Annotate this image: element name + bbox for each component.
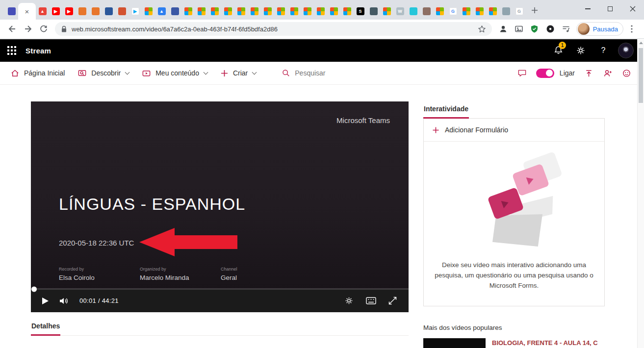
profile-chip[interactable]: Pausada: [576, 22, 623, 36]
browser-tab[interactable]: [261, 3, 274, 20]
popular-video-thumbnail[interactable]: [423, 338, 486, 348]
browser-tab[interactable]: [314, 3, 327, 20]
video-surface[interactable]: Microsoft Teams LÍNGUAS - ESPANHOL 2020-…: [31, 101, 409, 289]
bookmark-star-icon[interactable]: [478, 25, 486, 33]
play-button[interactable]: [42, 297, 49, 305]
browser-tab[interactable]: [301, 3, 314, 20]
add-form-button[interactable]: Adicionar Formulário: [424, 119, 604, 142]
tab-close-icon[interactable]: ×: [25, 8, 29, 15]
progress-bar[interactable]: [31, 288, 409, 290]
scrollbar-thumb[interactable]: [639, 48, 643, 103]
browser-tab[interactable]: ▶: [62, 3, 76, 20]
browser-tab[interactable]: [5, 3, 18, 20]
smiley-feedback-button[interactable]: [622, 69, 631, 78]
browser-tab[interactable]: [433, 3, 446, 20]
url-text[interactable]: web.microsoftstream.com/video/6a7a6c2a-0…: [72, 25, 473, 33]
browser-tab[interactable]: [486, 3, 499, 20]
help-button[interactable]: ?: [592, 39, 615, 62]
scrollbar-up-arrow[interactable]: [638, 39, 644, 46]
nav-home[interactable]: Página Inicial: [4, 62, 71, 84]
browser-tab[interactable]: [142, 3, 155, 20]
browser-tab[interactable]: [460, 3, 473, 20]
invite-button[interactable]: [603, 69, 613, 78]
browser-tab[interactable]: [221, 3, 234, 20]
nav-discover[interactable]: Descobrir: [71, 62, 135, 84]
tab-favicon: [92, 7, 100, 15]
close-icon: [630, 6, 636, 12]
ligar-toggle[interactable]: [536, 69, 554, 78]
page-scrollbar[interactable]: [637, 39, 644, 348]
browser-tab[interactable]: [208, 3, 221, 20]
profile-avatar: [578, 23, 590, 35]
tab-favicon: [423, 7, 431, 15]
maximize-button[interactable]: [599, 0, 621, 18]
nav-search[interactable]: Pesquisar: [275, 62, 332, 84]
upload-button[interactable]: [584, 69, 593, 78]
browser-tab[interactable]: W: [393, 3, 407, 20]
browser-tab[interactable]: [115, 3, 129, 20]
volume-button[interactable]: [59, 297, 69, 305]
browser-tab[interactable]: [327, 3, 340, 20]
nav-my-content[interactable]: Meu conteúdo: [135, 62, 214, 84]
progress-handle[interactable]: [31, 286, 37, 292]
popular-video-title[interactable]: BIOLOGIA, FRENTE 4 - AULA 14, C: [492, 338, 598, 348]
back-button[interactable]: [5, 22, 20, 36]
browser-tab[interactable]: [420, 3, 433, 20]
discover-icon: [77, 69, 87, 78]
browser-tab-active[interactable]: ×: [18, 3, 36, 20]
browser-tab[interactable]: G: [446, 3, 460, 20]
browser-tab[interactable]: [340, 3, 354, 20]
browser-tab[interactable]: [76, 3, 89, 20]
browser-tab[interactable]: ▶: [129, 3, 142, 20]
browser-tab[interactable]: [168, 3, 181, 20]
popular-video-item[interactable]: BIOLOGIA, FRENTE 4 - AULA 14, C: [423, 338, 606, 348]
tab-favicon: ▲: [158, 7, 166, 15]
browser-tab[interactable]: [473, 3, 486, 20]
play-icon: [42, 297, 49, 305]
fullscreen-button[interactable]: [388, 297, 397, 305]
search-placeholder[interactable]: Pesquisar: [295, 69, 325, 77]
extension-dark-circle-button[interactable]: [543, 22, 558, 36]
browser-tab[interactable]: [195, 3, 208, 20]
browser-tab[interactable]: ▲: [36, 3, 49, 20]
browser-tab[interactable]: [367, 3, 380, 20]
new-tab-button[interactable]: [528, 3, 541, 17]
forward-button[interactable]: [21, 22, 35, 36]
extension-person-button[interactable]: [496, 22, 511, 36]
tab-favicon: ▶: [52, 7, 60, 15]
browser-tab[interactable]: [499, 3, 513, 20]
notifications-button[interactable]: 1: [547, 39, 569, 62]
browser-tab[interactable]: [102, 3, 115, 20]
waffle-menu-button[interactable]: [0, 39, 24, 62]
browser-tab[interactable]: [274, 3, 287, 20]
minimize-button[interactable]: [576, 0, 599, 18]
player-settings-button[interactable]: [344, 296, 354, 305]
browser-tab[interactable]: [287, 3, 301, 20]
browser-tab[interactable]: [248, 3, 261, 20]
browser-tab[interactable]: [89, 3, 102, 20]
browser-tab[interactable]: ▲: [155, 3, 168, 20]
tab-interactivity[interactable]: Interatividade: [423, 105, 469, 119]
browser-menu-button[interactable]: [624, 22, 639, 36]
app-title[interactable]: Stream: [26, 47, 51, 55]
account-button[interactable]: [615, 39, 637, 62]
address-bar[interactable]: web.microsoftstream.com/video/6a7a6c2a-0…: [55, 22, 492, 36]
tab-details[interactable]: Detalhes: [31, 322, 60, 336]
media-controls-button[interactable]: [559, 22, 573, 36]
close-window-button[interactable]: [621, 0, 644, 18]
browser-tab[interactable]: S: [354, 3, 367, 20]
browser-tab[interactable]: ▶: [49, 3, 62, 20]
nav-create[interactable]: Criar: [214, 62, 262, 84]
person-extension-icon: [499, 25, 508, 33]
refresh-button[interactable]: [36, 22, 51, 36]
browser-tab[interactable]: [380, 3, 393, 20]
extension-screenshot-button[interactable]: [512, 22, 526, 36]
browser-tab[interactable]: [234, 3, 248, 20]
feedback-comment-button[interactable]: [517, 69, 527, 77]
browser-tab[interactable]: [407, 3, 420, 20]
browser-tab[interactable]: [181, 3, 195, 20]
keyboard-shortcuts-button[interactable]: [366, 297, 376, 304]
browser-tab[interactable]: G: [513, 3, 526, 20]
extension-shield-button[interactable]: [527, 22, 542, 36]
settings-button[interactable]: [569, 39, 592, 62]
